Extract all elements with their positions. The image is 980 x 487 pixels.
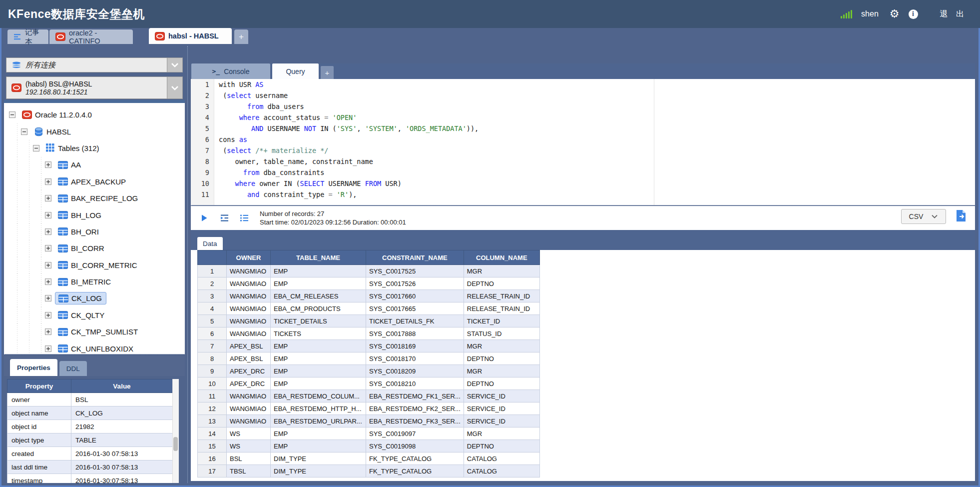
tab-ddl[interactable]: DDL (59, 361, 87, 376)
grid-cell[interactable]: MGR (464, 365, 539, 378)
window-tab-habsl-habsl[interactable]: habsl - HABSL (149, 28, 232, 44)
grid-cell[interactable]: DEPTNO (464, 378, 539, 390)
grid-cell[interactable]: APEX_DRC (227, 378, 271, 390)
grid-cell[interactable]: SYS_C0017660 (366, 290, 464, 302)
sidebar-splitter[interactable] (4, 354, 185, 354)
grid-cell[interactable]: EMP (271, 365, 366, 378)
grid-cell[interactable]: WANGMIAO (227, 302, 271, 315)
grid-cell[interactable]: SYS_C0018170 (366, 352, 464, 365)
grid-cell[interactable]: RELEASE_TRAIN_ID (464, 290, 539, 302)
expand-icon[interactable] (45, 212, 57, 218)
grid-cell[interactable]: DEPTNO (464, 278, 539, 290)
export-format-select[interactable]: CSV (901, 209, 946, 224)
grid-cell[interactable]: EMP (271, 428, 366, 440)
grid-cell[interactable]: SYS_C0017665 (366, 302, 464, 315)
grid-cell[interactable]: WANGMIAO (227, 328, 271, 340)
tree-item-content[interactable]: CK_TMP_SUMLIST (57, 328, 138, 336)
grid-row[interactable]: 4WANGMIAOEBA_CM_PRODUCTSSYS_C0017665RELE… (198, 302, 540, 315)
grid-cell[interactable]: STATUS_ID (464, 328, 539, 340)
sql-editor[interactable]: 1234567891011 with USR AS (select userna… (191, 79, 975, 205)
connection-filter-dropdown[interactable]: 所有连接 (6, 58, 183, 72)
grid-cell[interactable]: EBA_RESTDEMO_URLPAR... (271, 415, 366, 428)
connection-dropdown[interactable]: (habsl) BSL@HABSL 192.168.80.14:1521 (6, 76, 183, 99)
grid-cell[interactable]: DIM_TYPE (271, 452, 366, 465)
grid-cell[interactable]: EMP (271, 378, 366, 390)
expand-icon[interactable] (45, 245, 57, 252)
info-icon[interactable]: i (909, 10, 918, 19)
grid-cell[interactable]: MGR (464, 265, 539, 278)
grid-column-header[interactable]: OWNER (227, 250, 271, 265)
expand-icon[interactable] (45, 228, 57, 235)
expand-icon[interactable] (45, 346, 57, 352)
grid-cell[interactable]: TICKETS (271, 328, 366, 340)
grid-cell[interactable]: WANGMIAO (227, 290, 271, 302)
tree-item-content[interactable]: Oracle 11.2.0.4.0 (21, 110, 92, 119)
result-list-button[interactable] (238, 212, 251, 224)
grid-cell[interactable]: CATALOG (464, 465, 539, 478)
expand-icon[interactable] (45, 312, 57, 318)
logout-button[interactable]: 退 出 (940, 9, 967, 20)
tree-item-bh-log[interactable]: BH_LOG (4, 206, 185, 223)
grid-row[interactable]: 9APEX_DRCEMPSYS_C0018209MGR (198, 365, 540, 378)
grid-cell[interactable]: EMP (271, 352, 366, 365)
grid-cell[interactable]: EMP (271, 440, 366, 452)
grid-cell[interactable]: DEPTNO (464, 352, 539, 365)
grid-cell[interactable]: SYS_C0017525 (366, 265, 464, 278)
grid-cell[interactable]: SERVICE_ID (464, 390, 539, 402)
tree-item-aa[interactable]: AA (4, 156, 185, 173)
grid-cell[interactable]: EBA_CM_RELEASES (271, 290, 366, 302)
export-button[interactable] (956, 210, 967, 222)
tree-item-content[interactable]: BI_METRIC (57, 278, 111, 286)
grid-cell[interactable]: WANGMIAO (227, 315, 271, 328)
tree-item-content[interactable]: AA (57, 160, 81, 169)
property-row[interactable]: object nameCK_LOG (7, 406, 173, 420)
grid-row[interactable]: 8APEX_BSLEMPSYS_C0018170DEPTNO (198, 352, 540, 365)
grid-cell[interactable]: SYS_C0018169 (366, 340, 464, 352)
grid-cell[interactable]: APEX_BSL (227, 352, 271, 365)
grid-cell[interactable]: TBSL (227, 465, 271, 478)
editor-code[interactable]: with USR AS (select username from dba_us… (214, 79, 975, 205)
new-tab-button[interactable]: + (234, 30, 248, 44)
grid-cell[interactable]: BSL (227, 452, 271, 465)
grid-cell[interactable]: FK_TYPE_CATALOG (366, 465, 464, 478)
grid-cell[interactable]: SYS_C0018210 (366, 378, 464, 390)
grid-cell[interactable]: WS (227, 440, 271, 452)
main-splitter[interactable] (187, 46, 188, 483)
tree-item-ck-log[interactable]: CK_LOG (4, 290, 185, 306)
tree-selection[interactable]: CK_LOG (55, 292, 106, 304)
tree-item-content[interactable]: BH_ORI (57, 228, 99, 236)
grid-cell[interactable]: APEX_DRC (227, 365, 271, 378)
expand-icon[interactable] (45, 195, 57, 202)
tree-item-content[interactable]: BI_CORR_METRIC (57, 261, 137, 270)
grid-cell[interactable]: DIM_TYPE (271, 465, 366, 478)
grid-cell[interactable]: EBA_RESTDEMO_FK2_SER... (366, 402, 464, 415)
grid-cell[interactable]: EMP (271, 340, 366, 352)
tree-item-content[interactable]: BAK_RECIPE_LOG (57, 194, 138, 202)
tree-item-bak-recipe-log[interactable]: BAK_RECIPE_LOG (4, 190, 185, 206)
window-tab--[interactable]: 记事本 (7, 30, 48, 44)
grid-cell[interactable]: SYS_C0018209 (366, 365, 464, 378)
grid-cell[interactable]: FK_TYPE_CATALOG (366, 452, 464, 465)
collapse-icon[interactable] (21, 128, 33, 135)
collapse-icon[interactable] (33, 145, 45, 152)
window-tab-oracle2-catinfo[interactable]: oracle2 - CATINFO (49, 30, 133, 44)
grid-cell[interactable]: EBA_RESTDEMO_HTTP_H... (271, 402, 366, 415)
grid-cell[interactable]: SERVICE_ID (464, 415, 539, 428)
tree-item-bh-ori[interactable]: BH_ORI (4, 224, 185, 240)
grid-column-header[interactable]: CONSTRAINT_NAME (366, 250, 464, 265)
grid-cell[interactable]: SERVICE_ID (464, 402, 539, 415)
tree-item-tables-312-[interactable]: Tables (312) (4, 140, 185, 156)
grid-cell[interactable]: EBA_RESTDEMO_COLUM... (271, 390, 366, 402)
grid-cell[interactable]: APEX_BSL (227, 340, 271, 352)
grid-cell[interactable]: SYS_C0017526 (366, 278, 464, 290)
tree-item-ck-qlty[interactable]: CK_QLTY (4, 307, 185, 324)
tree-item-content[interactable]: APEX_BACKUP (57, 178, 126, 186)
tab-data[interactable]: Data (197, 237, 223, 250)
tree-item-oracle-11-2-0-4-0[interactable]: Oracle 11.2.0.4.0 (4, 106, 185, 123)
grid-row[interactable]: 15WSEMPSYS_C0019098DEPTNO (198, 440, 540, 452)
tab-console[interactable]: >_Console (191, 64, 270, 79)
tree-item-content[interactable]: CK_QLTY (57, 311, 104, 320)
tree-item-ck-unflboxidx[interactable]: CK_UNFLBOXIDX (4, 340, 185, 354)
results-splitter[interactable] (191, 205, 975, 206)
grid-cell[interactable]: WANGMIAO (227, 402, 271, 415)
